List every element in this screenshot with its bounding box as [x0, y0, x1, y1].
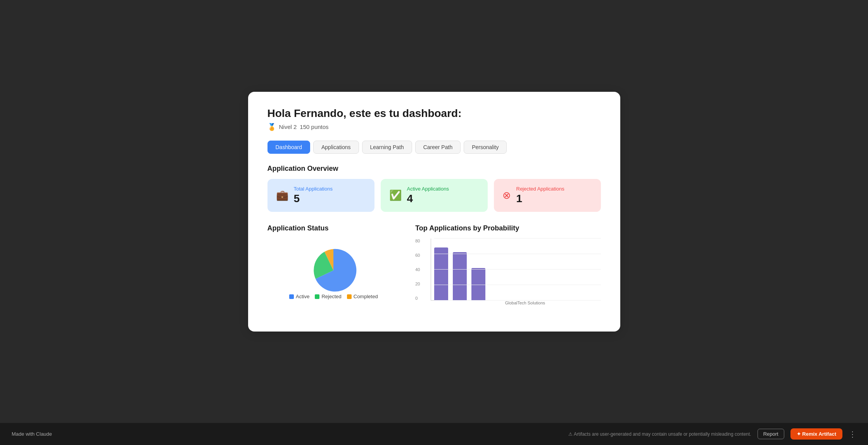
rejected-label: Rejected Applications [516, 186, 564, 192]
total-applications-card: 💼 Total Applications 5 [267, 179, 374, 212]
tab-learning-path[interactable]: Learning Path [362, 141, 412, 154]
app-status-section: Application Status Active [267, 224, 400, 316]
legend-active-label: Active [296, 294, 309, 299]
rejected-applications-card: ⊗ Rejected Applications 1 [494, 179, 601, 212]
dashboard-card: Hola Fernando, este es tu dashboard: 🏅 N… [248, 92, 620, 332]
overview-title: Application Overview [267, 165, 601, 173]
rejected-value: 1 [516, 192, 564, 205]
legend-dot-active [289, 294, 294, 299]
tab-personality[interactable]: Personality [464, 141, 507, 154]
x-circle-icon: ⊗ [502, 189, 511, 201]
bottom-bar-right: ⚠ Artifacts are user-generated and may c… [568, 428, 856, 440]
more-options-button[interactable]: ⋮ [849, 430, 856, 439]
pie-chart [310, 247, 357, 294]
y-label-0: 0 [415, 296, 420, 301]
chart-legend: Active Rejected Completed [289, 294, 378, 299]
y-label-80: 80 [415, 239, 420, 243]
legend-completed: Completed [347, 294, 378, 299]
x-label-globaltech: GlobalTech Solutions [449, 301, 601, 305]
bar-group-3 [471, 268, 485, 300]
level-label: Nivel 2 [279, 124, 297, 130]
bar-3 [471, 268, 485, 300]
y-axis: 0 20 40 60 80 [415, 239, 420, 301]
grid-0 [434, 300, 601, 301]
remix-button[interactable]: ✦ Remix Artifact [790, 428, 842, 440]
total-label: Total Applications [294, 186, 333, 192]
bottom-section: Application Status Active [267, 224, 601, 316]
award-icon: 🏅 [267, 123, 276, 131]
bar-1 [434, 247, 448, 300]
bottom-bar: Made with Claude ⚠ Artifacts are user-ge… [0, 423, 868, 445]
bar-group-1 [434, 247, 448, 300]
legend-completed-label: Completed [354, 294, 378, 299]
probability-chart-section: Top Applications by Probability 0 20 40 … [415, 224, 601, 316]
legend-active: Active [289, 294, 309, 299]
overview-cards: 💼 Total Applications 5 ✅ Active Applicat… [267, 179, 601, 212]
total-value: 5 [294, 192, 333, 205]
bar-chart-area: 0 20 40 60 80 [415, 239, 601, 316]
tab-applications[interactable]: Applications [313, 141, 359, 154]
x-labels: GlobalTech Solutions [431, 301, 601, 305]
status-chart-area: Active Rejected Completed [267, 239, 400, 308]
legend-rejected-label: Rejected [321, 294, 341, 299]
legend-dot-rejected [315, 294, 319, 299]
active-applications-card: ✅ Active Applications 4 [381, 179, 488, 212]
tab-dashboard[interactable]: Dashboard [267, 141, 311, 154]
nav-tabs: Dashboard Applications Learning Path Car… [267, 141, 601, 154]
made-with-label: Made with Claude [12, 431, 52, 437]
tab-career-path[interactable]: Career Path [415, 141, 461, 154]
bar-chart-inner [431, 239, 601, 301]
probability-chart-title: Top Applications by Probability [415, 224, 601, 232]
grid-100 [434, 238, 601, 239]
y-label-40: 40 [415, 267, 420, 272]
briefcase-icon: 💼 [276, 189, 288, 201]
legend-rejected: Rejected [315, 294, 341, 299]
bar-2 [453, 252, 467, 300]
level-points: 150 puntos [300, 124, 328, 130]
bar-group-2 [453, 252, 467, 300]
y-label-60: 60 [415, 253, 420, 258]
y-label-20: 20 [415, 282, 420, 286]
greeting-title: Hola Fernando, este es tu dashboard: [267, 107, 601, 120]
status-title: Application Status [267, 224, 400, 232]
info-text: ⚠ Artifacts are user-generated and may c… [568, 431, 751, 437]
check-circle-icon: ✅ [389, 189, 402, 201]
active-value: 4 [407, 192, 449, 205]
legend-dot-completed [347, 294, 352, 299]
report-button[interactable]: Report [758, 429, 784, 439]
active-label: Active Applications [407, 186, 449, 192]
